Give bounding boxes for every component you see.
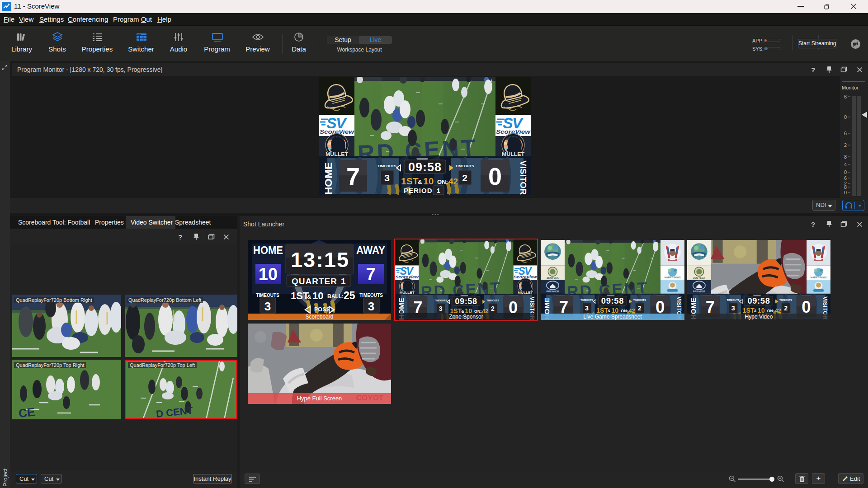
svg-text:2: 2 bbox=[844, 142, 847, 148]
svg-text:-6: -6 bbox=[842, 131, 847, 136]
svg-text:0: 0 bbox=[844, 169, 847, 175]
svg-text:4: 4 bbox=[844, 162, 847, 167]
svg-text:8: 8 bbox=[844, 184, 847, 190]
svg-text:0: 0 bbox=[844, 114, 847, 120]
svg-text:8: 8 bbox=[844, 154, 847, 160]
svg-text:0: 0 bbox=[844, 190, 847, 195]
svg-text:6: 6 bbox=[844, 175, 847, 181]
svg-text:6: 6 bbox=[844, 94, 847, 99]
